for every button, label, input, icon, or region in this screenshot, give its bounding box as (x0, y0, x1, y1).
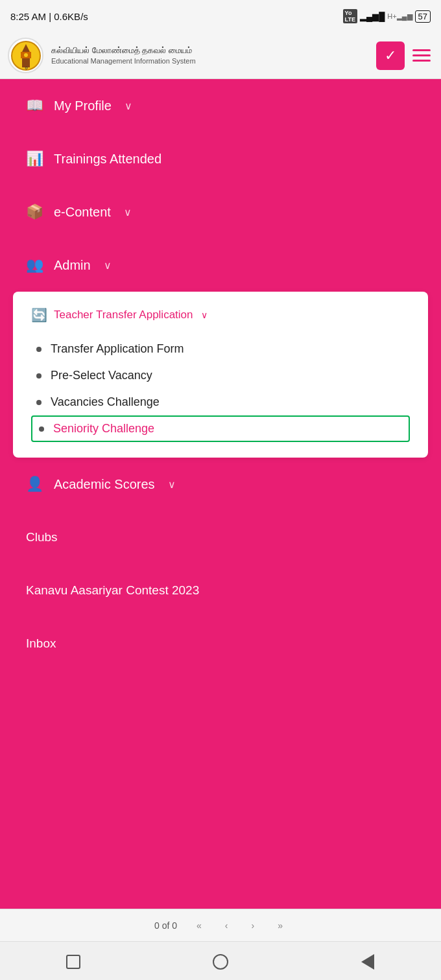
my-profile-label: My Profile (54, 99, 112, 113)
cube-icon: 📦 (26, 204, 43, 220)
sidebar-item-admin[interactable]: 👥 Admin ∨ (0, 239, 441, 292)
app-header: ⚙ கல்வியியல் மேலாண்மைத் தகவல் மையம் Educ… (0, 32, 441, 79)
transfer-item-form-label: Transfer Application Form (51, 342, 184, 356)
transfer-item-preselect-label: Pre-Select Vacancy (51, 369, 152, 382)
bullet-2 (36, 373, 42, 379)
transfer-item-vacancies[interactable]: Vacancies Challenge (31, 389, 410, 415)
menu-line-1 (412, 49, 431, 51)
kanavu-label: Kanavu Aasariyar Contest 2023 (26, 583, 199, 597)
sidebar-item-my-profile[interactable]: 📖 My Profile ∨ (0, 79, 441, 132)
sidebar-item-trainings[interactable]: 📊 Trainings Attended (0, 132, 441, 185)
battery-icon: 57 (415, 10, 431, 23)
pagination-first[interactable]: « (193, 919, 206, 932)
system-home-button[interactable] (211, 953, 230, 971)
lte-icon: YoLTE (343, 9, 357, 23)
signal-icon-1: ▂▄▆█ (360, 12, 385, 21)
square-icon (66, 955, 80, 969)
header-buttons: ✓ (376, 41, 433, 70)
triangle-icon (361, 954, 374, 970)
bullet-1 (36, 347, 42, 352)
pagination-last[interactable]: » (274, 919, 287, 932)
transfer-item-preselect[interactable]: Pre-Select Vacancy (31, 362, 410, 389)
pagination-prev[interactable]: ‹ (221, 919, 232, 932)
menu-line-2 (412, 54, 431, 56)
transfer-title: Teacher Transfer Application (54, 309, 193, 321)
chevron-down-icon-2: ∨ (124, 206, 132, 218)
system-back-button[interactable] (359, 953, 377, 971)
sidebar-item-kanavu[interactable]: Kanavu Aasariyar Contest 2023 (0, 564, 441, 617)
system-square-button[interactable] (64, 953, 82, 971)
academic-icon: 👤 (26, 476, 43, 493)
svg-point-4 (24, 53, 28, 57)
transfer-item-seniority[interactable]: Seniority Challenge (31, 415, 410, 442)
sidebar-item-clubs[interactable]: Clubs (0, 511, 441, 564)
teacher-transfer-card: 🔄 Teacher Transfer Application ∨ Transfe… (13, 292, 428, 458)
transfer-icon: 🔄 (31, 307, 47, 323)
transfer-menu-list: Transfer Application Form Pre-Select Vac… (31, 336, 410, 442)
app-logo: ⚙ (8, 38, 43, 73)
transfer-chevron-icon: ∨ (201, 310, 208, 320)
transfer-item-vacancies-label: Vacancies Challenge (51, 395, 160, 409)
transfer-card-header[interactable]: 🔄 Teacher Transfer Application ∨ (31, 307, 410, 323)
bullet-3 (36, 400, 42, 405)
pagination-next[interactable]: › (248, 919, 259, 932)
bullet-4 (39, 426, 44, 432)
menu-line-3 (412, 60, 431, 62)
inbox-label: Inbox (26, 636, 56, 650)
book-icon: 📖 (26, 97, 43, 114)
chart-icon: 📊 (26, 150, 43, 167)
status-time: 8:25 AM | 0.6KB/s (10, 11, 88, 22)
circle-icon (213, 954, 228, 970)
admin-icon: 👥 (26, 257, 43, 274)
pagination-text: 0 of 0 (154, 920, 177, 931)
academic-label: Academic Scores (54, 477, 155, 492)
econtent-label: e-Content (54, 205, 111, 220)
sidebar-item-academic[interactable]: 👤 Academic Scores ∨ (0, 458, 441, 511)
nav-area: 📖 My Profile ∨ 📊 Trainings Attended 📦 e-… (0, 79, 441, 909)
status-icons: YoLTE ▂▄▆█ H+▂▄▆ 57 (343, 9, 431, 23)
status-bar: 8:25 AM | 0.6KB/s YoLTE ▂▄▆█ H+▂▄▆ 57 (0, 0, 441, 32)
header-tamil: கல்வியியல் மேலாண்மைத் தகவல் மையம் (51, 45, 368, 56)
logo-svg: ⚙ (10, 40, 42, 71)
chevron-down-icon-3: ∨ (104, 259, 112, 272)
transfer-item-seniority-label: Seniority Challenge (53, 422, 154, 436)
sidebar-item-inbox[interactable]: Inbox (0, 617, 441, 670)
admin-label: Admin (54, 258, 91, 273)
svg-text:⚙: ⚙ (24, 66, 27, 70)
chevron-down-icon: ∨ (125, 100, 132, 112)
check-button[interactable]: ✓ (376, 41, 405, 70)
chevron-down-icon-4: ∨ (168, 478, 176, 491)
header-english: Educational Management Information Syste… (51, 56, 368, 66)
header-text: கல்வியியல் மேலாண்மைத் தகவல் மையம் Educat… (51, 45, 368, 67)
pagination-bar: 0 of 0 « ‹ › » (0, 909, 441, 941)
trainings-label: Trainings Attended (54, 152, 161, 167)
signal-icon-2: H+▂▄▆ (387, 12, 412, 21)
clubs-label: Clubs (26, 530, 58, 544)
system-nav-bar (0, 941, 441, 980)
sidebar-item-econtent[interactable]: 📦 e-Content ∨ (0, 185, 441, 239)
transfer-item-form[interactable]: Transfer Application Form (31, 336, 410, 362)
menu-button[interactable] (410, 44, 433, 67)
